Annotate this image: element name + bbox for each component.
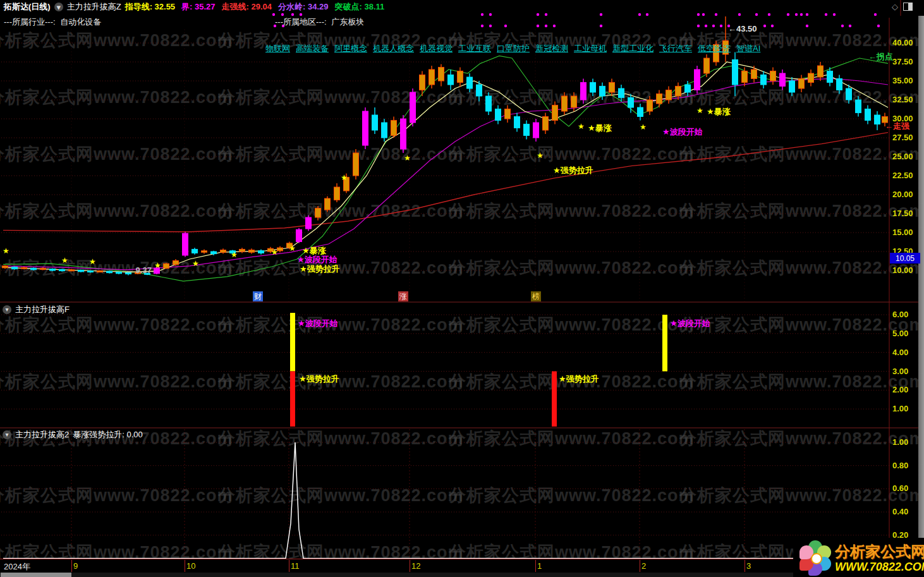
- concept-tag[interactable]: 高端装备: [296, 43, 329, 54]
- concept-tag[interactable]: 阿里概念: [334, 43, 367, 54]
- panel2-chevron-icon[interactable]: ▾: [3, 305, 11, 314]
- indicator-name: 主力拉升拔高Z: [67, 1, 121, 13]
- concept-tag[interactable]: 机器人概念: [373, 43, 414, 54]
- indicator-value: 突破点: 38.11: [335, 1, 385, 13]
- window-icons: ◇: [892, 2, 913, 11]
- indicator-value: 分水岭: 34.29: [278, 1, 328, 13]
- region-info: ---所属地区---: 广东板块: [275, 16, 364, 28]
- panel3-title: 主力拉升拔高2: [15, 429, 69, 440]
- x-axis-year: 2024年: [4, 561, 30, 573]
- x-axis-bar: 2024年 9101112123: [0, 559, 924, 573]
- x-axis-month: 3: [746, 561, 751, 571]
- site-logo[interactable]: 分析家公式网 WWW.70822.COM: [793, 538, 924, 577]
- panel2-title: 主力拉升拔高F: [15, 304, 70, 315]
- scrollbar-thumb[interactable]: [1, 573, 71, 577]
- concept-tag[interactable]: 飞行汽车: [659, 43, 692, 54]
- industry-info: ---所属行业---: 自动化设备: [4, 16, 101, 28]
- right-gutter[interactable]: [918, 16, 924, 577]
- concept-tag[interactable]: 新冠检测: [535, 43, 568, 54]
- concept-tag[interactable]: 新型工业化: [612, 43, 653, 54]
- concept-tag[interactable]: 口罩防护: [497, 43, 530, 54]
- panel2-title-row: ▾ 主力拉升拔高F: [3, 304, 70, 315]
- x-axis-month: 12: [411, 561, 420, 571]
- divider-badge[interactable]: 财: [253, 291, 263, 301]
- panel3-value-label: 暴涨强势拉升: 0.00: [73, 429, 143, 440]
- month-separator: [71, 560, 72, 572]
- indicator-value: 指导线: 32.55: [125, 1, 175, 13]
- info-row: ---所属行业---: 自动化设备 ---所属地区---: 广东板块: [0, 16, 924, 27]
- x-axis-month: 1: [537, 561, 542, 571]
- concept-tag[interactable]: 机器视觉: [420, 43, 453, 54]
- month-separator: [745, 560, 745, 572]
- main-chart-canvas[interactable]: [0, 0, 924, 577]
- region-label: ---所属地区---:: [275, 17, 327, 27]
- divider-badge[interactable]: 榜: [531, 291, 541, 301]
- concept-tag[interactable]: 物联网: [265, 43, 290, 54]
- split-window-icon[interactable]: [903, 3, 913, 11]
- current-price-tag: 10.05: [890, 253, 920, 264]
- x-axis-month: 10: [186, 561, 195, 571]
- industry-label: ---所属行业---:: [4, 17, 56, 27]
- flower-center: [811, 553, 822, 564]
- concept-tag[interactable]: 智谱AI: [736, 43, 760, 54]
- divider-badge[interactable]: 涨: [398, 291, 408, 301]
- diamond-icon[interactable]: ◇: [892, 2, 898, 11]
- indicator-value: 走强线: 29.04: [222, 1, 272, 13]
- flower-logo-icon: [798, 540, 832, 574]
- x-axis-month: 11: [291, 561, 300, 571]
- indicator-value: 界: 35.27: [181, 1, 215, 13]
- concept-tags: 物联网高端装备阿里概念机器人概念机器视觉工业互联口罩防护新冠检测工业母机新型工业…: [265, 43, 760, 54]
- month-separator: [535, 560, 536, 572]
- concept-tag[interactable]: 工业互联: [458, 43, 491, 54]
- region-value: 广东板块: [331, 17, 364, 27]
- industry-value: 自动化设备: [60, 17, 101, 27]
- concept-tag[interactable]: 工业母机: [574, 43, 607, 54]
- month-separator: [185, 560, 185, 572]
- title-bar: 拓斯达(日线) ▾ 主力拉升拔高Z 指导线: 32.55界: 35.27走强线:…: [0, 0, 924, 14]
- chevron-down-icon[interactable]: ▾: [54, 3, 63, 11]
- stock-title: 拓斯达(日线): [4, 1, 51, 13]
- indicator-values: 指导线: 32.55界: 35.27走强线: 29.04分水岭: 34.29突破…: [125, 1, 385, 13]
- logo-site-name: 分析家公式网: [835, 542, 924, 562]
- concept-tag[interactable]: 低空经济: [698, 43, 731, 54]
- month-separator: [289, 560, 289, 572]
- month-separator: [410, 560, 410, 572]
- panel3-title-row: ▾ 主力拉升拔高2 暴涨强势拉升: 0.00: [3, 429, 143, 440]
- horizontal-scrollbar[interactable]: [0, 573, 924, 577]
- month-separator: [640, 560, 640, 572]
- x-axis-month: 9: [73, 561, 78, 571]
- panel3-chevron-icon[interactable]: ▾: [3, 430, 11, 439]
- x-axis-month: 2: [641, 561, 646, 571]
- logo-url: WWW.70822.COM: [835, 561, 924, 574]
